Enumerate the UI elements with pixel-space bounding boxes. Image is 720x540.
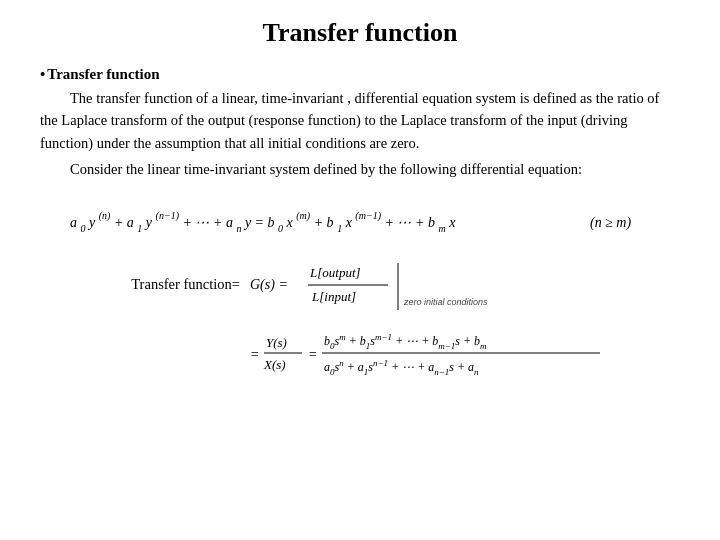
svg-text:(n ≥ m): (n ≥ m)	[590, 215, 631, 231]
paragraph2: Consider the linear time-invariant syste…	[40, 158, 680, 180]
paragraph1: The transfer function of a linear, time-…	[40, 87, 680, 154]
svg-text:a0sn + a1sn−1 + ⋯ + an−1s + an: a0sn + a1sn−1 + ⋯ + an−1s + an	[324, 358, 479, 377]
page-title: Transfer function	[40, 18, 680, 48]
page-container: Transfer function Transfer function The …	[0, 0, 720, 540]
diff-eq-svg: a 0 y (n) + a 1 y (n−1) + ⋯ + a n y = b …	[60, 189, 660, 249]
svg-text:L[output]: L[output]	[309, 265, 361, 280]
svg-text:a
        0
        y
        : a 0 y (n) + a 1 y (n−1) + ⋯ + a n y = b …	[70, 207, 456, 235]
svg-text:=: =	[250, 347, 259, 362]
transfer-function-area: Transfer function= G(s) = L[output] L[in…	[100, 255, 680, 388]
differential-equation: a 0 y (n) + a 1 y (n−1) + ⋯ + a n y = b …	[40, 189, 680, 249]
bullet-heading: Transfer function	[40, 66, 160, 82]
svg-text:X(s): X(s)	[263, 357, 286, 372]
tf-label: Transfer function=	[100, 276, 240, 293]
tf-row-2: = Y(s) X(s) = b0sm + b1sm−1 + ⋯ + bm−1s …	[100, 323, 670, 388]
tf-equation-2-svg: = Y(s) X(s) = b0sm + b1sm−1 + ⋯ + bm−1s …	[250, 323, 670, 388]
svg-text:L[input]: L[input]	[311, 289, 356, 304]
svg-text:b0sm + b1sm−1 + ⋯ + bm−1s + bm: b0sm + b1sm−1 + ⋯ + bm−1s + bm	[324, 332, 487, 351]
svg-text:zero initial conditions: zero initial conditions	[403, 297, 488, 307]
svg-text:=: =	[308, 347, 317, 362]
svg-text:Y(s): Y(s)	[266, 335, 287, 350]
tf-equation-1-svg: G(s) = L[output] L[input] zero initial c…	[250, 255, 630, 315]
tf-row-1: Transfer function= G(s) = L[output] L[in…	[100, 255, 630, 315]
svg-text:G(s) =: G(s) =	[250, 277, 288, 293]
